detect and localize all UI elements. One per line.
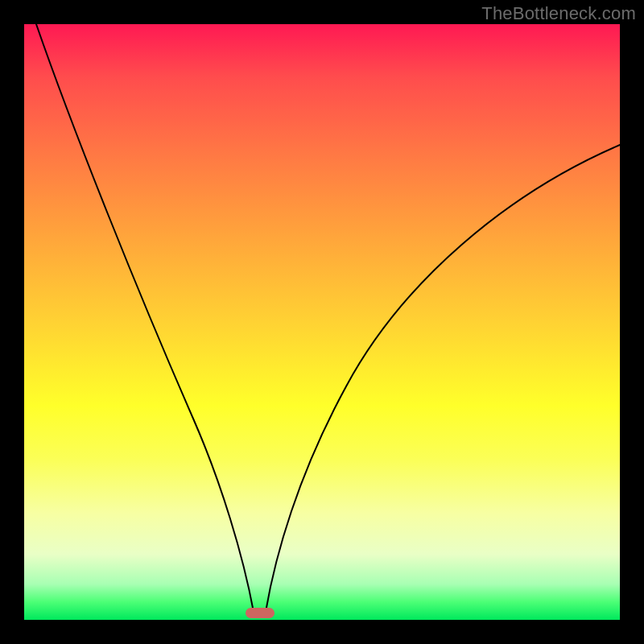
chart-frame: TheBottleneck.com: [0, 0, 644, 644]
watermark-label: TheBottleneck.com: [481, 3, 636, 24]
optimum-marker: [246, 608, 275, 618]
right-curve: [266, 145, 620, 612]
curve-layer: [24, 24, 620, 620]
plot-area: [24, 24, 620, 620]
left-curve: [36, 24, 254, 612]
